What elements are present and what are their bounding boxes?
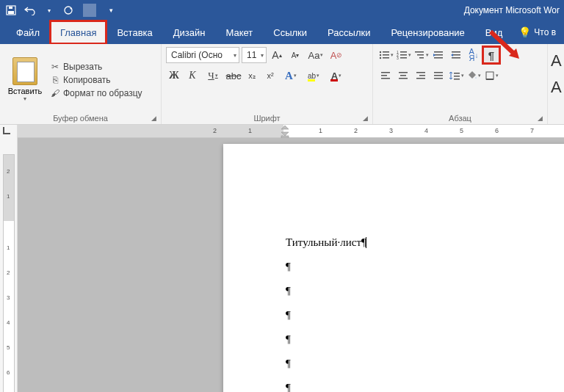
sort-button[interactable]: A Я↓ — [466, 47, 482, 63]
page-content[interactable]: Титульный·лист¶ ¶ ¶ ¶ ¶ ¶ ¶ — [286, 231, 366, 392]
italic-button[interactable]: К — [184, 68, 200, 84]
style-sample[interactable]: А — [551, 51, 560, 70]
decrease-indent-button[interactable] — [430, 47, 446, 63]
superscript-button[interactable]: x² — [262, 68, 278, 84]
svg-rect-40 — [486, 72, 494, 79]
undo-icon[interactable] — [24, 4, 37, 17]
svg-rect-39 — [454, 79, 460, 80]
svg-rect-25 — [381, 72, 390, 73]
style-sample[interactable]: А — [551, 78, 560, 97]
svg-rect-36 — [434, 78, 443, 79]
paste-button[interactable]: Вставить ▾ — [4, 47, 46, 112]
strikethrough-button[interactable]: abc — [225, 68, 242, 84]
show-hide-pilcrow-button[interactable]: ¶ — [483, 47, 499, 63]
underline-button[interactable]: Ч▾ — [203, 68, 223, 84]
font-name-value: Calibri (Осно — [171, 50, 223, 60]
text-cursor — [366, 237, 366, 248]
justify-button[interactable] — [430, 68, 446, 84]
multilevel-list-button[interactable]: ▾ — [413, 47, 429, 63]
vertical-ruler[interactable]: 2 1 1 2 3 4 5 6 — [3, 154, 15, 392]
grow-font-button[interactable]: A▴ — [269, 47, 285, 63]
chevron-down-icon: ▾ — [234, 52, 236, 59]
svg-rect-33 — [416, 78, 425, 79]
tab-layout[interactable]: Макет — [215, 21, 263, 44]
copy-label: Копировать — [63, 75, 111, 85]
clear-formatting-button[interactable]: A⊘ — [328, 47, 344, 63]
tab-design[interactable]: Дизайн — [163, 21, 216, 44]
svg-rect-19 — [434, 51, 443, 53]
change-case-button[interactable]: Aa▾ — [306, 47, 326, 63]
page[interactable]: Титульный·лист¶ ¶ ¶ ¶ ¶ ¶ ¶ — [223, 144, 564, 392]
format-painter-button[interactable]: 🖌 Формат по образцу — [50, 88, 142, 98]
group-styles: А А — [548, 44, 564, 124]
document-text: Титульный·лист — [286, 236, 361, 248]
scissors-icon: ✂ — [50, 62, 60, 72]
shrink-font-button[interactable]: A▾ — [287, 47, 303, 63]
qat-separator — [83, 4, 96, 17]
tab-insert[interactable]: Вставка — [106, 21, 162, 44]
increase-indent-button[interactable] — [448, 47, 464, 63]
indent-marker-icon[interactable] — [281, 125, 289, 138]
svg-rect-5 — [383, 51, 389, 53]
tab-file[interactable]: Файл — [6, 21, 50, 44]
pilcrow-mark: ¶ — [286, 255, 366, 279]
svg-rect-37 — [454, 73, 460, 74]
svg-rect-31 — [416, 72, 425, 73]
numbering-button[interactable]: 123▾ — [395, 47, 411, 63]
svg-rect-17 — [417, 54, 424, 56]
font-group-label: Шрифт ◢ — [166, 112, 368, 123]
shading-button[interactable]: ▾ — [466, 68, 482, 84]
svg-rect-29 — [400, 75, 406, 76]
clipboard-dialog-launcher-icon[interactable]: ◢ — [151, 115, 156, 122]
bulb-icon: 💡 — [518, 26, 531, 38]
tab-review[interactable]: Рецензирование — [380, 21, 474, 44]
cut-button[interactable]: ✂ Вырезать — [50, 62, 142, 72]
tell-me-search[interactable]: 💡 Что в — [513, 21, 562, 44]
paragraph-dialog-launcher-icon[interactable]: ◢ — [538, 115, 543, 122]
clipboard-group-label: Буфер обмена ◢ — [4, 112, 156, 123]
paste-dropdown-icon[interactable]: ▾ — [24, 95, 26, 102]
svg-rect-28 — [399, 72, 408, 73]
align-right-button[interactable] — [413, 68, 429, 84]
document-title: Документ Microsoft Wor — [464, 5, 560, 15]
undo-dropdown-icon[interactable]: ▾ — [43, 4, 56, 17]
tab-references[interactable]: Ссылки — [263, 21, 317, 44]
group-clipboard: Вставить ▾ ✂ Вырезать ⎘ Копировать 🖌 Фор… — [0, 44, 162, 124]
copy-button[interactable]: ⎘ Копировать — [50, 75, 142, 85]
svg-rect-30 — [399, 78, 408, 79]
highlight-button[interactable]: ab▾ — [303, 68, 324, 84]
svg-rect-13 — [400, 54, 407, 56]
subscript-button[interactable]: x₂ — [244, 68, 260, 84]
tab-view[interactable]: Вид — [475, 21, 513, 44]
svg-rect-11 — [400, 51, 407, 53]
font-name-combo[interactable]: Calibri (Осно ▾ — [166, 47, 239, 63]
font-dialog-launcher-icon[interactable]: ◢ — [363, 115, 368, 122]
svg-rect-15 — [400, 57, 407, 59]
redo-icon[interactable] — [62, 4, 75, 17]
svg-rect-22 — [452, 51, 460, 53]
font-size-combo[interactable]: 11 ▾ — [242, 47, 267, 63]
tab-selector-icon[interactable] — [3, 127, 10, 134]
svg-rect-21 — [434, 57, 443, 59]
group-paragraph: ▾ 123▾ ▾ A Я↓ ¶ ▾ ▾ ▾ Абзац ◢ — [373, 44, 548, 124]
text-effects-button[interactable]: A▾ — [281, 68, 301, 84]
document-area: 2 1 1 2 3 4 5 6 2 1 1 2 3 4 5 6 7 8 — [0, 125, 564, 392]
horizontal-ruler[interactable]: 2 1 1 2 3 4 5 6 7 8 — [18, 125, 564, 138]
align-left-button[interactable] — [377, 68, 394, 84]
bullets-button[interactable]: ▾ — [377, 47, 394, 63]
pilcrow-mark: ¶ — [286, 376, 366, 392]
bold-button[interactable]: Ж — [166, 68, 182, 84]
align-center-button[interactable] — [395, 68, 411, 84]
pilcrow-mark: ¶ — [286, 352, 366, 376]
cut-label: Вырезать — [63, 62, 102, 72]
line-spacing-button[interactable]: ▾ — [448, 68, 464, 84]
borders-button[interactable]: ▾ — [483, 68, 499, 84]
tab-mailings[interactable]: Рассылки — [317, 21, 380, 44]
qat-customize-icon[interactable]: ▾ — [104, 4, 118, 17]
svg-rect-18 — [419, 57, 424, 59]
svg-rect-24 — [452, 57, 460, 59]
tab-home[interactable]: Главная — [50, 21, 106, 44]
font-color-button[interactable]: A▾ — [326, 68, 347, 84]
save-icon[interactable] — [4, 4, 18, 17]
svg-text:3: 3 — [397, 56, 399, 60]
